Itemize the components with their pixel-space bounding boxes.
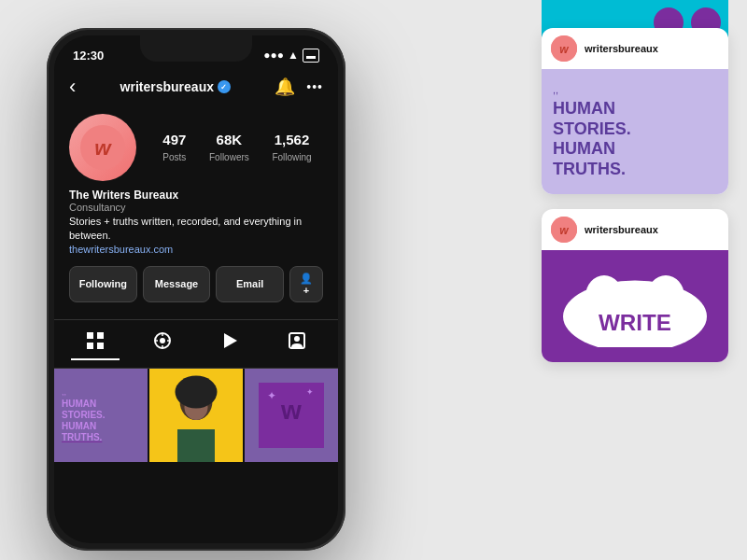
svg-text:w: w [280, 396, 302, 425]
grid-photo-bg [149, 369, 243, 462]
followers-count: 68K [209, 132, 249, 147]
posts-count: 497 [162, 132, 186, 147]
scene: 12:30 ●●● ▲ ▬ ‹ writersbureaux ✓ 🔔 ••• [0, 0, 747, 560]
add-person-button[interactable]: 👤+ [289, 266, 323, 302]
status-icons: ●●● ▲ ▬ [263, 49, 319, 63]
tab-grid[interactable] [71, 328, 120, 360]
post-card-2: w writersbureaux WRITE [542, 209, 728, 362]
grid-logo-svg: w ✦ ✦ [259, 383, 324, 448]
email-button[interactable]: Email [216, 266, 284, 302]
post-card-1-username: writersbureaux [585, 43, 658, 54]
grid-text-stories: STORIES. [62, 410, 140, 421]
right-panel: w writersbureaux ,, HUMANSTORIES.HUMANTR… [542, 28, 728, 362]
svg-text:w: w [94, 136, 112, 160]
svg-marker-12 [224, 333, 237, 348]
nav-bar: ‹ writersbureaux ✓ 🔔 ••• [54, 69, 338, 105]
avatar-logo-svg: w [80, 125, 125, 170]
signal-icon: ●●● [263, 49, 284, 62]
bio-link[interactable]: thewritersbureaux.com [69, 244, 323, 255]
stat-following: 1,562 Following [272, 132, 311, 164]
post-card-1-header: w writersbureaux [542, 28, 728, 69]
post-card-2-username: writersbureaux [585, 224, 658, 235]
svg-text:✦: ✦ [267, 388, 276, 401]
svg-point-20 [176, 375, 218, 408]
svg-point-14 [294, 336, 300, 342]
action-buttons: Following Message Email 👤+ [69, 259, 323, 310]
bio-text: Stories + truths written, recorded, and … [69, 215, 323, 244]
message-button[interactable]: Message [143, 266, 211, 302]
person-photo-svg [149, 369, 243, 462]
posts-label: Posts [162, 152, 186, 162]
grid-text-human: HUMAN [62, 399, 140, 410]
tab-play[interactable] [205, 328, 254, 360]
write-svg: WRITE [553, 265, 717, 347]
back-button[interactable]: ‹ [69, 75, 76, 99]
svg-text:✦: ✦ [306, 387, 314, 397]
svg-rect-2 [87, 332, 93, 339]
svg-point-7 [160, 338, 165, 343]
grid-section: ,, HUMAN STORIES. HUMAN TRUTHS. [54, 369, 338, 462]
svg-text:w: w [559, 224, 569, 237]
phone: 12:30 ●●● ▲ ▬ ‹ writersbureaux ✓ 🔔 ••• [47, 28, 345, 551]
reels-icon [153, 331, 172, 350]
following-label: Following [272, 152, 311, 162]
grid-icon [86, 331, 105, 350]
profile-row: w 497 Posts 68K Followers [69, 114, 323, 181]
svg-text:w: w [559, 43, 569, 56]
grid-text-mark: ,, [62, 387, 140, 397]
profile-section: w 497 Posts 68K Followers [54, 105, 338, 319]
svg-text:WRITE: WRITE [599, 311, 671, 336]
stats: 497 Posts 68K Followers 1,562 Following [151, 132, 323, 164]
notch [140, 35, 252, 62]
status-time: 12:30 [73, 49, 104, 63]
post-1-text-human: HUMANSTORIES.HUMANTRUTHS. [553, 99, 717, 179]
tab-reels[interactable] [138, 328, 187, 360]
nav-username: writersbureaux ✓ [120, 79, 231, 94]
username-text: writersbureaux [120, 79, 214, 94]
tab-tagged[interactable] [273, 328, 321, 360]
avatar: w [69, 114, 136, 181]
grid-item-2[interactable] [149, 369, 243, 462]
bio-section: The Writers Bureaux Consultancy Stories … [69, 181, 323, 259]
followers-label: Followers [209, 152, 249, 162]
battery-icon: ▬ [303, 49, 319, 63]
grid-text-truths: TRUTHS. [62, 432, 140, 443]
bell-icon[interactable]: 🔔 [275, 77, 295, 97]
svg-rect-3 [97, 332, 104, 339]
svg-rect-21 [177, 429, 215, 462]
verified-badge: ✓ [218, 80, 231, 93]
following-button[interactable]: Following [69, 266, 137, 302]
stat-posts: 497 Posts [162, 132, 186, 164]
post-card-1: w writersbureaux ,, HUMANSTORIES.HUMANTR… [542, 28, 728, 194]
play-icon [220, 331, 239, 350]
stat-followers: 68K Followers [209, 132, 249, 164]
grid-item-1[interactable]: ,, HUMAN STORIES. HUMAN TRUTHS. [54, 369, 148, 462]
post-1-mark: ,, [553, 84, 717, 95]
person-icon [288, 331, 306, 350]
wifi-icon: ▲ [288, 49, 299, 62]
bio-category: Consultancy [69, 202, 323, 213]
add-person-icon: 👤+ [300, 273, 313, 296]
post-card-1-body: ,, HUMANSTORIES.HUMANTRUTHS. [542, 69, 728, 194]
nav-icons: 🔔 ••• [275, 77, 323, 97]
post-card-1-avatar: w [551, 35, 577, 62]
post-card-2-avatar: w [551, 217, 577, 243]
bio-name: The Writers Bureaux [69, 189, 323, 202]
following-count: 1,562 [272, 132, 311, 147]
phone-inner: 12:30 ●●● ▲ ▬ ‹ writersbureaux ✓ 🔔 ••• [54, 35, 338, 543]
tab-bar [54, 319, 338, 369]
grid-item-3[interactable]: w ✦ ✦ [245, 369, 338, 462]
svg-rect-5 [97, 343, 104, 349]
post-card-2-body: WRITE [542, 250, 728, 362]
post-card-2-header: w writersbureaux [542, 209, 728, 250]
grid-text-human2: HUMAN [62, 421, 140, 432]
more-icon[interactable]: ••• [306, 79, 323, 94]
svg-rect-4 [87, 343, 93, 349]
